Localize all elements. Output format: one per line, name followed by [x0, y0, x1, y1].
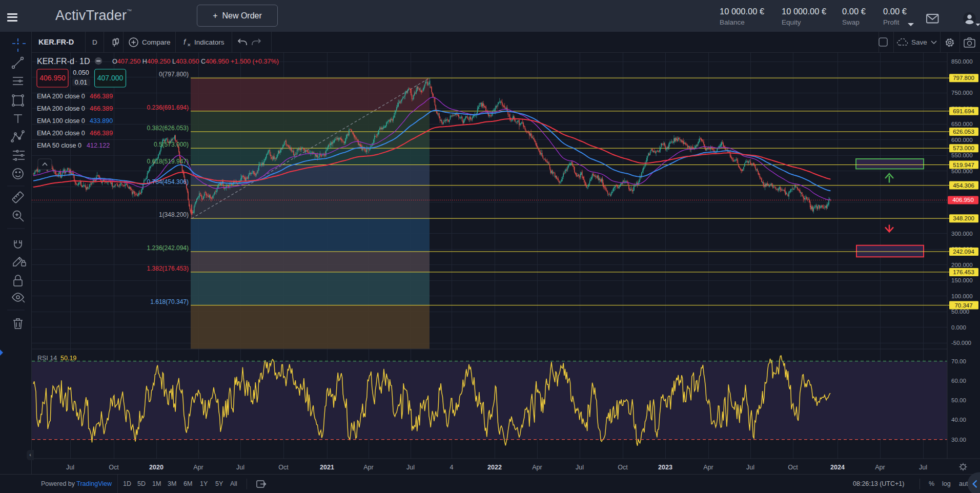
svg-text:600.000: 600.000 [951, 137, 973, 143]
svg-text:Jul: Jul [746, 464, 754, 471]
svg-text:EMA 200 close 0: EMA 200 close 0 [37, 130, 85, 137]
svg-text:1D: 1D [79, 57, 90, 66]
svg-text:454.306: 454.306 [953, 182, 974, 189]
svg-text:Oct: Oct [109, 464, 119, 471]
svg-text:Apr: Apr [193, 464, 203, 471]
svg-text:Oct: Oct [278, 464, 289, 471]
svg-text:Oct: Oct [788, 464, 798, 471]
svg-text:466.389: 466.389 [90, 130, 113, 137]
svg-text:406.950: 406.950 [39, 74, 66, 82]
svg-text:EMA 100 close 0: EMA 100 close 0 [37, 117, 85, 125]
svg-text:433.890: 433.890 [90, 117, 113, 125]
svg-text:466.389: 466.389 [90, 105, 113, 112]
svg-text:550.000: 550.000 [951, 152, 973, 158]
svg-text:1.618(70.347): 1.618(70.347) [150, 298, 189, 305]
svg-text:466.389: 466.389 [90, 93, 113, 100]
svg-text:691.694: 691.694 [953, 108, 974, 114]
svg-text:60.00: 60.00 [951, 378, 966, 384]
svg-text:850.000: 850.000 [951, 58, 973, 65]
svg-text:650.000: 650.000 [951, 121, 973, 127]
svg-text:EMA 50 close 0: EMA 50 close 0 [37, 142, 81, 149]
svg-text:176.453: 176.453 [953, 269, 974, 275]
svg-text:RSI 14: RSI 14 [37, 355, 57, 362]
svg-text:50.19: 50.19 [60, 355, 76, 362]
svg-text:1.236(242.094): 1.236(242.094) [147, 244, 189, 252]
svg-text:0.01: 0.01 [75, 79, 87, 86]
svg-text:·: · [75, 57, 77, 66]
svg-text:f: f [183, 37, 187, 46]
svg-text:0(797.800): 0(797.800) [159, 71, 189, 78]
svg-text:0.050: 0.050 [73, 69, 89, 76]
svg-text:0.764(454.306): 0.764(454.306) [147, 178, 189, 186]
svg-text:O407.250 H409.250 L403.050 C40: O407.250 H409.250 L403.050 C406.950 +1.5… [112, 58, 279, 65]
svg-text:300.000: 300.000 [951, 231, 973, 237]
svg-text:4: 4 [450, 464, 454, 471]
svg-text:1.382(176.453): 1.382(176.453) [147, 265, 189, 272]
svg-text:KER.FR-d: KER.FR-d [37, 57, 74, 66]
svg-text:Jul: Jul [576, 464, 584, 471]
svg-text:797.800: 797.800 [953, 75, 974, 81]
svg-text:EMA 200 close 0: EMA 200 close 0 [37, 105, 85, 112]
svg-text:30.00: 30.00 [951, 437, 966, 443]
svg-text:50.00: 50.00 [951, 397, 966, 403]
svg-text:626.053: 626.053 [953, 129, 974, 135]
svg-text:0.5(573.000): 0.5(573.000) [154, 141, 189, 148]
svg-text:348.200: 348.200 [953, 215, 974, 221]
svg-text:0.382(626.053): 0.382(626.053) [147, 125, 189, 132]
svg-text:2023: 2023 [658, 464, 672, 471]
svg-text:Oct: Oct [618, 464, 628, 471]
svg-text:2024: 2024 [830, 464, 845, 471]
svg-text:Jul: Jul [236, 464, 244, 471]
svg-text:200.000: 200.000 [951, 262, 973, 268]
svg-text:Jul: Jul [66, 464, 74, 471]
svg-text:✕: ✕ [187, 43, 191, 48]
svg-text:573.000: 573.000 [953, 145, 974, 151]
svg-text:412.122: 412.122 [87, 142, 110, 149]
svg-text:50.000: 50.000 [951, 309, 969, 315]
svg-text:1(348.200): 1(348.200) [159, 211, 189, 218]
svg-text:0.236(691.694): 0.236(691.694) [147, 104, 189, 111]
svg-text:-50.000: -50.000 [951, 340, 971, 346]
svg-text:Jul: Jul [406, 464, 415, 471]
svg-text:Apr: Apr [532, 464, 542, 471]
svg-text:70.00: 70.00 [951, 358, 966, 364]
svg-text:Jul: Jul [919, 464, 927, 471]
svg-text:242.094: 242.094 [953, 249, 974, 255]
svg-text:0.618(519.947): 0.618(519.947) [147, 158, 189, 165]
svg-text:519.947: 519.947 [953, 162, 974, 168]
svg-text:EMA 200 close 0: EMA 200 close 0 [37, 93, 85, 100]
svg-text:2022: 2022 [487, 464, 502, 471]
svg-text:2021: 2021 [320, 464, 334, 471]
svg-text:406.950: 406.950 [952, 197, 974, 203]
svg-text:70.347: 70.347 [954, 302, 972, 309]
svg-text:407.000: 407.000 [97, 74, 124, 82]
svg-text:2020: 2020 [149, 464, 164, 471]
svg-text:150.000: 150.000 [951, 277, 973, 283]
svg-text:Apr: Apr [703, 464, 713, 471]
svg-text:750.000: 750.000 [951, 90, 973, 96]
svg-text:Apr: Apr [875, 464, 885, 471]
svg-text:100.000: 100.000 [951, 293, 973, 299]
svg-text:Apr: Apr [363, 464, 373, 471]
svg-text:40.00: 40.00 [951, 417, 966, 423]
svg-text:0.000: 0.000 [951, 324, 966, 331]
